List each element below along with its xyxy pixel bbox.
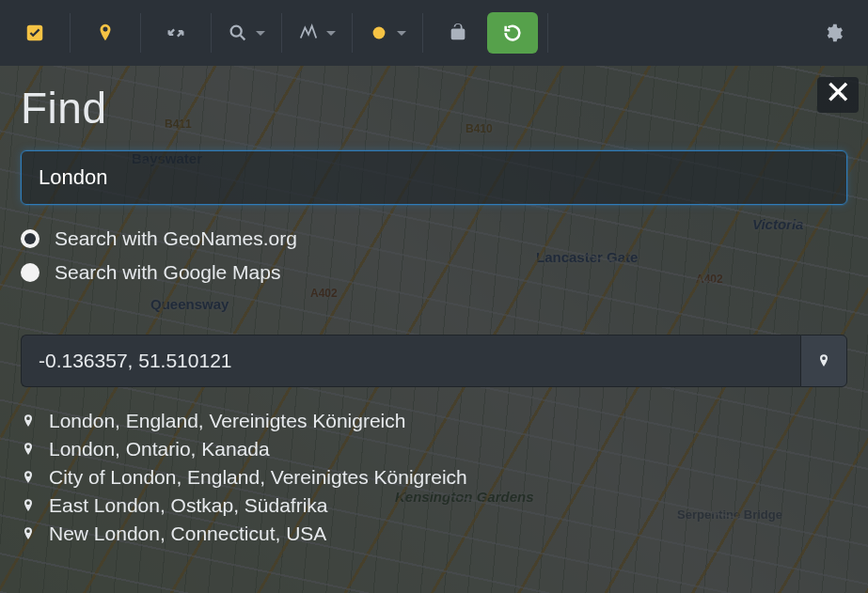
toolbar-gear-button[interactable] <box>808 12 859 54</box>
coordinates-row <box>21 335 847 387</box>
toolbar-unlock-button[interactable] <box>433 12 483 54</box>
toolbar-separator <box>140 13 141 53</box>
toolbar-expand-button[interactable] <box>150 12 201 54</box>
radio-indicator <box>21 229 39 248</box>
radio-google[interactable]: Search with Google Maps <box>21 261 847 284</box>
search-input[interactable] <box>21 150 847 205</box>
close-icon: ✕ <box>825 76 851 108</box>
svg-point-1 <box>231 26 242 37</box>
toolbar-pin-button[interactable] <box>80 12 131 54</box>
radio-indicator <box>21 263 39 282</box>
toolbar-separator <box>547 13 548 53</box>
result-label: City of London, England, Vereinigtes Kön… <box>49 466 467 489</box>
result-label: London, Ontario, Kanada <box>49 438 270 460</box>
go-to-coordinates-button[interactable] <box>800 335 847 387</box>
toolbar <box>0 0 868 66</box>
result-item[interactable]: London, England, Vereinigtes Königreich <box>21 410 847 432</box>
toolbar-path-dropdown[interactable] <box>292 12 342 54</box>
toolbar-search-dropdown[interactable] <box>221 12 272 54</box>
close-button[interactable]: ✕ <box>819 73 857 111</box>
toolbar-separator <box>422 13 423 53</box>
result-label: New London, Connecticut, USA <box>49 523 326 545</box>
toolbar-separator <box>352 13 353 53</box>
result-item[interactable]: New London, Connecticut, USA <box>21 523 847 545</box>
dialog-title: Find <box>21 83 847 133</box>
toolbar-separator <box>211 13 212 53</box>
result-item[interactable]: City of London, England, Vereinigtes Kön… <box>21 466 847 489</box>
search-provider-radios: Search with GeoNames.org Search with Goo… <box>21 227 847 284</box>
result-label: East London, Ostkap, Südafrika <box>49 494 328 517</box>
search-results: London, England, Vereinigtes Königreich … <box>21 410 847 545</box>
radio-label: Search with Google Maps <box>55 261 280 284</box>
toolbar-separator <box>70 13 71 53</box>
toolbar-undo-button[interactable] <box>487 12 538 54</box>
result-label: London, England, Vereinigtes Königreich <box>49 410 405 432</box>
coordinates-input[interactable] <box>21 335 800 387</box>
radio-geonames[interactable]: Search with GeoNames.org <box>21 227 847 250</box>
svg-point-2 <box>373 27 386 39</box>
result-item[interactable]: East London, Ostkap, Südafrika <box>21 494 847 517</box>
toolbar-check-button[interactable] <box>9 12 60 54</box>
result-item[interactable]: London, Ontario, Kanada <box>21 438 847 460</box>
find-dialog: Find Search with GeoNames.org Search wit… <box>0 66 868 593</box>
toolbar-circle-dropdown[interactable] <box>362 12 413 54</box>
radio-label: Search with GeoNames.org <box>55 227 297 250</box>
toolbar-separator <box>281 13 282 53</box>
